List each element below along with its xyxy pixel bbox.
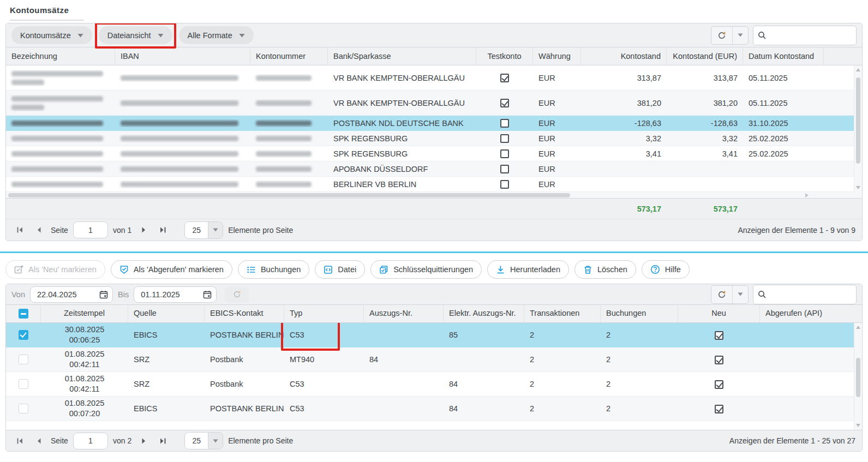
testkonto-checkbox[interactable] (500, 180, 509, 189)
schluesselquittierungen-button[interactable]: Schlüsselquittierungen (370, 260, 482, 279)
cell-transaktionen: 2 (524, 403, 601, 414)
table-row[interactable]: VR BANK KEMPTEN-OBERALLGÄU EUR 313,87 31… (6, 65, 854, 91)
search-input[interactable] (770, 31, 852, 40)
col-bank[interactable]: Bank/Sparkasse (328, 47, 476, 65)
neu-checkbox[interactable] (715, 380, 723, 389)
mark-as-retrieved-button[interactable]: Als 'Abgerufen' markieren (111, 260, 232, 279)
date-to-value[interactable]: 01.11.2025 (134, 290, 199, 299)
col-bezeichnung[interactable]: Bezeichnung (6, 47, 115, 65)
col-testkonto[interactable]: Testkonto (476, 47, 533, 65)
col-datum-kontostand[interactable]: Datum Kontostand (743, 47, 824, 65)
cell-waehrung: EUR (533, 73, 581, 83)
scrollbar-thumb[interactable] (856, 358, 860, 397)
loeschen-button[interactable]: Löschen (574, 260, 636, 279)
testkonto-checkbox[interactable] (500, 119, 509, 128)
table-row[interactable]: VR BANK KEMPTEN-OBERALLGÄU EUR 381,20 38… (6, 91, 854, 116)
refresh-options-button[interactable] (732, 27, 748, 44)
col-elektr-auszugs-nr[interactable]: Elektr. Auszugs-Nr. (444, 305, 524, 322)
col-zeitstempel[interactable]: Zeitstempel (41, 305, 128, 322)
datei-button[interactable]: Datei (315, 260, 365, 279)
apply-filter-refresh-button[interactable] (225, 286, 249, 303)
col-kontostand-eur[interactable]: Kontostand (EUR) (667, 47, 743, 65)
col-typ[interactable]: Typ (284, 305, 364, 322)
buchungen-button[interactable]: Buchungen (238, 260, 309, 279)
scrollbar-thumb[interactable] (856, 77, 860, 164)
neu-checkbox[interactable] (715, 405, 723, 413)
view-dropdown-dateiansicht[interactable]: Dateiansicht (99, 26, 172, 44)
date-to-picker: 01.11.2025 (134, 286, 217, 303)
neu-checkbox[interactable] (715, 356, 723, 364)
first-page-button[interactable] (13, 434, 27, 448)
first-page-button[interactable] (13, 223, 27, 237)
table-row[interactable]: SPK REGENSBURG EUR 3,41 3,41 25.02.2025 (6, 146, 854, 161)
refresh-options-button[interactable] (732, 286, 748, 303)
search-input[interactable] (770, 290, 852, 299)
next-page-button[interactable] (136, 223, 151, 237)
page-size-select[interactable]: 25 (184, 432, 223, 449)
table-row[interactable]: BERLINER VB BERLIN EUR (6, 177, 854, 192)
date-from-value[interactable]: 22.04.2025 (31, 290, 95, 299)
scrollbar-thumb[interactable] (8, 193, 570, 197)
cell-zeitstempel: 01.08.202500:42:11 (41, 348, 128, 371)
table-row[interactable]: SPK REGENSBURG EUR 3,32 3,32 25.02.2025 (6, 131, 854, 146)
col-transaktionen[interactable]: Transaktionen (524, 305, 601, 322)
calendar-icon[interactable] (95, 287, 112, 302)
col-kontonummer[interactable]: Kontonummer (250, 47, 328, 65)
col-ebics-kontakt[interactable]: EBICS-Kontakt (205, 305, 284, 322)
calendar-icon[interactable] (199, 287, 216, 302)
cell-waehrung: EUR (533, 133, 581, 144)
col-neu[interactable]: Neu (678, 305, 760, 322)
accounts-horizontal-scrollbar[interactable] (6, 192, 862, 199)
last-page-button[interactable] (155, 223, 170, 237)
col-kontostand[interactable]: Kontostand (581, 47, 667, 65)
table-row[interactable]: POSTBANK NDL DEUTSCHE BANK EUR -128,63 -… (6, 116, 854, 131)
testkonto-checkbox[interactable] (500, 99, 509, 107)
prev-page-button[interactable] (32, 223, 46, 237)
view-dropdown-kontoumsaetze[interactable]: Kontoumsätze (11, 26, 92, 44)
testkonto-checkbox[interactable] (500, 134, 509, 143)
neu-checkbox[interactable] (715, 331, 723, 340)
page-size-select[interactable]: 25 (184, 221, 223, 239)
last-page-button[interactable] (155, 434, 170, 448)
sum-kontostand-eur: 573,17 (667, 203, 743, 214)
next-page-button[interactable] (136, 434, 151, 448)
col-abgerufen-api[interactable]: Abgerufen (API) (760, 305, 862, 322)
col-buchungen[interactable]: Buchungen (601, 305, 678, 322)
table-row[interactable]: 01.08.202500:07:20 EBICS POSTBANK BERLIN… (6, 397, 854, 421)
col-waehrung[interactable]: Währung (533, 47, 581, 65)
row-checkbox[interactable] (19, 330, 28, 340)
page-number-input[interactable] (73, 221, 108, 238)
cell-bank: VR BANK KEMPTEN-OBERALLGÄU (328, 73, 476, 83)
scroll-up-icon[interactable] (856, 68, 860, 71)
testkonto-checkbox[interactable] (500, 165, 509, 173)
refresh-button[interactable] (711, 286, 732, 303)
testkonto-checkbox[interactable] (500, 74, 509, 82)
files-vertical-scrollbar[interactable] (854, 323, 862, 430)
cell-kontostand (581, 183, 667, 185)
table-row[interactable]: 30.08.202500:06:25 EBICS POSTBANK BERLIN… (6, 323, 854, 347)
testkonto-checkbox[interactable] (500, 149, 509, 158)
prev-page-button[interactable] (32, 434, 46, 448)
herunterladen-button[interactable]: Herunterladen (487, 260, 569, 279)
scroll-down-icon[interactable] (856, 424, 860, 427)
row-checkbox[interactable] (19, 379, 28, 389)
col-auszugs-nr[interactable]: Auszugs-Nr. (364, 305, 444, 322)
table-row[interactable]: 01.08.202500:42:11 SRZ Postbank C53 84 2… (6, 372, 854, 397)
row-checkbox[interactable] (19, 404, 28, 413)
accounts-vertical-scrollbar[interactable] (854, 65, 862, 192)
files-pagination: Seite von 2 25 Elemente pro Seite Anzeig… (6, 430, 862, 451)
format-dropdown-alle-formate[interactable]: Alle Formate (179, 26, 254, 44)
scroll-right-icon[interactable] (805, 193, 809, 197)
row-checkbox[interactable] (19, 355, 28, 364)
table-row[interactable]: APOBANK DÜSSELDORF EUR (6, 161, 854, 177)
col-quelle[interactable]: Quelle (128, 305, 205, 322)
table-row[interactable]: 01.08.202500:42:11 SRZ Postbank MT940 84… (6, 347, 854, 372)
col-iban[interactable]: IBAN (115, 47, 250, 65)
scroll-up-icon[interactable] (856, 326, 860, 329)
select-all-checkbox[interactable] (19, 309, 28, 319)
mark-as-new-button[interactable]: Als 'Neu' markieren (5, 260, 105, 279)
hilfe-button[interactable]: Hilfe (642, 260, 690, 279)
page-number-input[interactable] (73, 433, 108, 449)
scroll-down-icon[interactable] (856, 186, 860, 189)
refresh-button[interactable] (711, 27, 732, 44)
